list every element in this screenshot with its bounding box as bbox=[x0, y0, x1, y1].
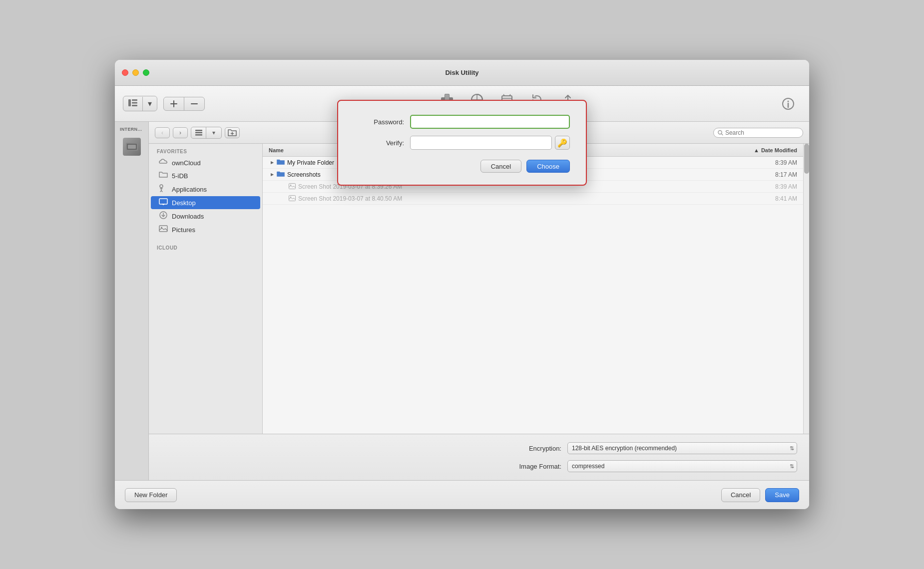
verify-row: Verify: 🔑 bbox=[354, 136, 570, 150]
verify-input-wrapper: 🔑 bbox=[410, 136, 570, 150]
password-input[interactable] bbox=[410, 115, 570, 129]
dialog-buttons: Cancel Choose bbox=[354, 160, 570, 173]
key-icon: 🔑 bbox=[557, 138, 567, 148]
password-dialog: Password: Verify: 🔑 Cancel Choose bbox=[337, 100, 587, 186]
password-row: Password: bbox=[354, 115, 570, 129]
key-button[interactable]: 🔑 bbox=[555, 136, 570, 150]
verify-label: Verify: bbox=[354, 139, 404, 147]
dialog-cancel-button[interactable]: Cancel bbox=[480, 160, 521, 173]
dialog-overlay: Password: Verify: 🔑 Cancel Choose bbox=[115, 60, 809, 509]
dialog-choose-button[interactable]: Choose bbox=[526, 160, 570, 173]
main-window: Disk Utility ▾ bbox=[115, 60, 809, 509]
password-label: Password: bbox=[354, 118, 404, 126]
verify-input[interactable] bbox=[410, 136, 552, 150]
